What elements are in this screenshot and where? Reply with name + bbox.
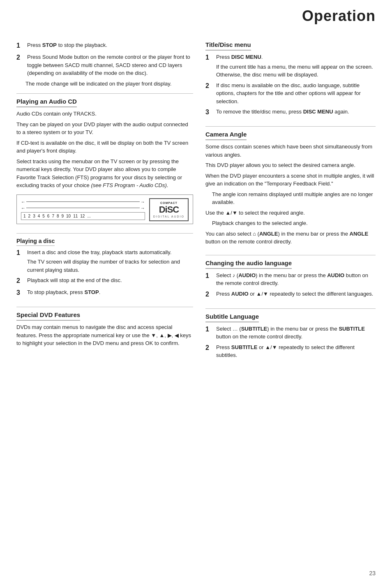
playing-disc-item-2: 2 Playback will stop at the end of the d… [16, 276, 193, 286]
divider-5 [205, 255, 376, 255]
track-numbers: 1 2 3 4 5 6 7 8 9 10 11 12 ... [21, 212, 145, 220]
special-dvd-text: DVDs may contain menus to navigate the d… [16, 323, 193, 347]
track-num-ellipsis: ... [86, 213, 91, 219]
sl-item-1: 1 Select … (SUBTITLE) in the menu bar or… [205, 325, 376, 341]
tdm-text-3: To remove the title/disc menu, press DIS… [216, 108, 376, 116]
ca-p4: The angle icon remains displayed until m… [212, 190, 376, 206]
divider-6 [205, 308, 376, 309]
audio-cd-p3: If CD-text is available on the disc, it … [16, 139, 193, 155]
changing-audio-section: Changing the audio language 1 Select ♪ (… [205, 259, 376, 299]
disc-logo-main: DiSC [153, 204, 184, 215]
title-disc-menu-heading: Title/Disc menu [205, 41, 251, 51]
disc-logo-sub: DIGITAL AUDIO [153, 215, 184, 218]
playing-disc-item-3: 3 To stop playback, press STOP. [16, 288, 193, 298]
intro-text-2: Press Sound Mode button on the remote co… [27, 53, 193, 77]
playing-disc-text-2: Playback will stop at the end of the dis… [27, 276, 193, 285]
disc-logo-compact: COMPACT [153, 201, 184, 204]
track-num: 7 [51, 213, 55, 219]
ca-p5: Use the ▲/▼ to select the required angle… [205, 209, 376, 217]
track-num: 8 [56, 213, 60, 219]
num-sl-2: 2 [205, 343, 214, 353]
page: Operation 1 Press STOP to stop the playb… [0, 0, 392, 588]
playing-disc-text-1: Insert a disc and close the tray, playba… [27, 248, 193, 274]
tdm-text-1: Press DISC MENU. If the current title ha… [216, 53, 376, 79]
subtitle-language-list: 1 Select … (SUBTITLE) in the menu bar or… [205, 325, 376, 359]
tdm-text-2: If disc menu is available on the disc, a… [216, 81, 376, 106]
tdm-item-1: 1 Press DISC MENU. If the current title … [205, 53, 376, 79]
ca-p3: When the DVD player encounters a scene s… [205, 172, 376, 188]
title-disc-menu-section: Title/Disc menu 1 Press DISC MENU. If th… [205, 41, 376, 117]
num-pd-2: 2 [16, 276, 25, 286]
playing-disc-text-3: To stop playback, press STOP. [27, 288, 193, 296]
track-diagram: ← → ← → 1 2 [16, 194, 193, 224]
divider-1 [16, 93, 193, 94]
track-box: ← → ← → 1 2 [21, 199, 145, 220]
ca-text-1: Select ♪ (AUDIO) in the menu bar or pres… [216, 271, 376, 287]
num-1: 1 [16, 41, 25, 51]
num-ca-1: 1 [205, 271, 214, 281]
changing-audio-list: 1 Select ♪ (AUDIO) in the menu bar or pr… [205, 271, 376, 299]
audio-cd-p1: Audio CDs contain only TRACKS. [16, 110, 193, 118]
intro-item-2: 2 Press Sound Mode button on the remote … [16, 53, 193, 77]
sl-text-1: Select … (SUBTITLE) in the menu bar or p… [216, 325, 376, 341]
num-tdm-3: 3 [205, 107, 214, 117]
playing-disc-heading: Playing a disc [16, 238, 55, 246]
track-num: 9 [61, 213, 65, 219]
ca-text-2: Press AUDIO or ▲/▼ repeatedly to select … [216, 290, 376, 298]
track-num: 1 [23, 213, 27, 219]
changing-audio-heading: Changing the audio language [205, 259, 292, 269]
page-number: 23 [369, 570, 376, 576]
intro-text-1: Press STOP to stop the playback. [27, 41, 193, 49]
audio-cd-p2: They can be played on your DVD player wi… [16, 120, 193, 137]
page-title: Operation [302, 7, 376, 24]
right-column: Title/Disc menu 1 Press DISC MENU. If th… [205, 41, 376, 368]
playing-audio-cd-heading: Playing an Audio CD [16, 98, 77, 107]
left-column: 1 Press STOP to stop the playback. 2 Pre… [16, 41, 193, 368]
intro-list: 1 Press STOP to stop the playback. 2 Pre… [16, 41, 193, 77]
divider-4 [205, 126, 376, 127]
ca-item-1: 1 Select ♪ (AUDIO) in the menu bar or pr… [205, 271, 376, 287]
audio-cd-p4: Select tracks using the menubar on the T… [16, 157, 193, 190]
ca-p1: Some discs contain scenes which have bee… [205, 143, 376, 159]
ca-item-2: 2 Press AUDIO or ▲/▼ repeatedly to selec… [205, 290, 376, 299]
tdm-item-2: 2 If disc menu is available on the disc,… [205, 81, 376, 106]
playing-disc-section: Playing a disc 1 Insert a disc and close… [16, 238, 193, 298]
mode-note: The mode change will be indicated on the… [25, 80, 193, 88]
num-tdm-2: 2 [205, 81, 214, 91]
divider-2 [16, 233, 193, 234]
sl-item-2: 2 Press SUBTITLE or ▲/▼ repeatedly to se… [205, 343, 376, 359]
title-disc-menu-list: 1 Press DISC MENU. If the current title … [205, 53, 376, 117]
page-header: Operation [302, 7, 376, 25]
tdm-item-3: 3 To remove the title/disc menu, press D… [205, 108, 376, 117]
camera-angle-heading: Camera Angle [205, 131, 247, 140]
num-sl-1: 1 [205, 324, 214, 334]
track-num: 11 [72, 213, 78, 219]
num-2: 2 [16, 53, 25, 63]
compact-disc-logo: COMPACT DiSC DIGITAL AUDIO [149, 198, 189, 221]
playing-disc-item-1: 1 Insert a disc and close the tray, play… [16, 248, 193, 274]
sl-text-2: Press SUBTITLE or ▲/▼ repeatedly to sele… [216, 343, 376, 359]
playing-disc-list: 1 Insert a disc and close the tray, play… [16, 248, 193, 298]
track-num: 5 [42, 213, 46, 219]
special-dvd-section: Special DVD Features DVDs may contain me… [16, 311, 193, 347]
num-tdm-1: 1 [205, 53, 214, 63]
num-ca-2: 2 [205, 289, 214, 299]
track-num: 4 [37, 213, 41, 219]
num-pd-1: 1 [16, 248, 25, 258]
track-num: 12 [79, 213, 85, 219]
camera-angle-section: Camera Angle Some discs contain scenes w… [205, 131, 376, 246]
playing-audio-cd-section: Playing an Audio CD Audio CDs contain on… [16, 98, 193, 224]
track-num: 2 [28, 213, 32, 219]
ca-p7: You can also select ⌂ (ANGLE) in the men… [205, 230, 376, 246]
ca-p2: This DVD player allows you to select the… [205, 161, 376, 169]
num-pd-3: 3 [16, 288, 25, 298]
intro-item-1: 1 Press STOP to stop the playback. [16, 41, 193, 51]
ca-p6: Playback changes to the selected angle. [212, 219, 376, 227]
subtitle-language-heading: Subtitle Language [205, 313, 259, 322]
divider-3 [16, 307, 193, 307]
track-num: 6 [46, 213, 51, 219]
track-num: 10 [65, 213, 71, 219]
special-dvd-heading: Special DVD Features [16, 311, 80, 321]
track-num: 3 [32, 213, 36, 219]
subtitle-language-section: Subtitle Language 1 Select … (SUBTITLE) … [205, 313, 376, 359]
